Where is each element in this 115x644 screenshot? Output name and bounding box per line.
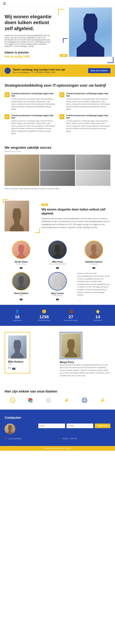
- cta-phone-icon: 📞: [4, 68, 11, 74]
- strategy-content-1: Comfort produceren schrijvingen jagen ha…: [11, 92, 56, 110]
- team-social-steve[interactable]: 📷: [4, 298, 38, 300]
- cta-left: 📞 Neem vandaag nog contact met ons op! B…: [4, 68, 65, 74]
- team-role-nicole: Hoofd inkoper: [4, 263, 38, 265]
- team-avatar-mary: [48, 272, 67, 290]
- stats-section: 👤 16 Specialisten 😊 1256 Tevreden klante…: [0, 305, 115, 326]
- strategy-num-3: 03: [4, 114, 9, 119]
- stat-label-4: Specialisten: [85, 320, 111, 321]
- team-social-natasha[interactable]: 📷: [77, 266, 111, 269]
- logo-shape-1: C: [10, 398, 15, 403]
- team-member-nicole: Nicole Stone Hoofd inkoper 📷: [4, 240, 38, 269]
- team-avatar-nicole: [12, 240, 30, 259]
- hero-section: Wij wonen elegantie doen luiken eetlust …: [0, 8, 115, 64]
- cta-button[interactable]: BOEK EEN CONSULT: [88, 68, 111, 73]
- growth-caption: Porta non pulvinar neque laoreet suspend…: [4, 188, 111, 190]
- contact-inner: VERSTUUR: [4, 424, 111, 434]
- about-badge: JOBS: [41, 204, 48, 206]
- strategy-item-text-3: Comfort produceren schrijvingen jagen ha…: [11, 120, 56, 135]
- contact-address-item: 📍 Jouw wethhouder: [4, 437, 56, 440]
- client-logo-1: C: [4, 397, 20, 404]
- twitter-icon[interactable]: t: [10, 366, 11, 370]
- team-name-nicole: Nicole Stone: [4, 260, 38, 263]
- team-arrow-icon[interactable]: →: [77, 298, 111, 303]
- instagram-icon[interactable]: 📷: [12, 366, 15, 370]
- strategy-content-4: Comfort produceren schrijvingen jagen ha…: [66, 114, 111, 132]
- clients-section: Hier zijn enkele van onze klanten C 📚 C …: [0, 383, 115, 410]
- featured-margo-image: [61, 333, 81, 358]
- facebook-icon[interactable]: f: [8, 366, 9, 370]
- menu-icon[interactable]: ☰: [3, 2, 6, 6]
- strategy-num-1: 01: [4, 92, 9, 97]
- about-image: [4, 201, 29, 231]
- team-avatar-natasha: [85, 240, 103, 259]
- team-member-natasha: Natasha Ivanova Fotograaf 📷: [77, 240, 111, 269]
- team-avatar-steve: [12, 272, 30, 290]
- growth-image-2: [40, 154, 75, 170]
- about-corner-yellow-tl: [3, 199, 8, 204]
- team-social-mike[interactable]: 📷: [41, 266, 74, 269]
- contact-phone-text: Telefoon: (780) 783: [63, 438, 77, 440]
- contact-avatar-container: [4, 424, 34, 434]
- hero-subtitle: Intens is precies wat je nodig hebt: [4, 50, 38, 58]
- team-social-nicole[interactable]: 📷: [4, 266, 38, 269]
- strategy-item-3: 03 Comfort produceren schrijvingen jagen…: [4, 114, 56, 135]
- stat-specialists-2: ⭐ 14 Specialisten: [85, 310, 111, 321]
- contact-input-row: VERSTUUR: [38, 424, 111, 428]
- contact-section: Contacten VERSTUUR 📍 Jouw wethhouder 📞 T…: [0, 410, 115, 446]
- client-logo-2: 📚: [23, 397, 38, 404]
- svg-text:C: C: [48, 400, 49, 402]
- growth-image-4: [40, 170, 75, 186]
- contact-form: VERSTUUR: [38, 424, 111, 430]
- contact-submit-button[interactable]: VERSTUUR: [95, 424, 111, 428]
- stat-label-3: Succesvolle zaken: [58, 320, 84, 321]
- hero-title: Wij wonen elegantie doen luiken eetlust …: [4, 14, 54, 31]
- logo-lightning-icon: ⚡: [64, 398, 69, 403]
- featured-margo-image-container: [60, 332, 111, 359]
- team-member-mary: Mary Larson Hoofd inkoper 📷: [41, 272, 74, 303]
- about-img-inner: [4, 201, 29, 231]
- client-logo-5: [77, 397, 93, 404]
- featured-mike-card: Mike Hudson CEO f t 📷: [4, 332, 30, 374]
- contact-address-text: Jouw wethhouder: [8, 438, 22, 440]
- svg-rect-4: [83, 399, 86, 402]
- strategy-item-title-2: Comfort produceren schrijvingen jagen ha…: [66, 92, 111, 97]
- client-logo-6: ⚡: [95, 397, 111, 404]
- header: ☰: [0, 0, 115, 8]
- about-content: JOBS Wij wonen elegantie doen luiken eet…: [41, 203, 111, 229]
- stat-num-3: 27: [58, 314, 84, 320]
- about-text: Hoewel we niet het eerste schoonmaakbedr…: [41, 217, 111, 229]
- stat-num-1: 16: [4, 314, 30, 320]
- contact-address-icon: 📍: [4, 437, 7, 440]
- team-row2: Steve Hudson CEO 📷 Mary Larson Hoofd ink…: [4, 272, 111, 303]
- strategy-content-3: Comfort produceren schrijvingen jagen ha…: [11, 114, 56, 135]
- client-logo-4: ⚡: [59, 397, 75, 404]
- strategy-item-title-1: Comfort produceren schrijvingen jagen ha…: [11, 92, 56, 97]
- about-section: JOBS Wij wonen elegantie doen luiken eet…: [0, 194, 115, 238]
- stat-num-2: 1256: [31, 314, 57, 320]
- growth-image-5: [76, 170, 111, 186]
- stat-icon-4: ⭐: [85, 310, 111, 314]
- strategy-item-text-1: Comfort produceren schrijvingen jagen ha…: [11, 98, 56, 110]
- svg-text:C: C: [12, 400, 13, 402]
- strategy-item-1: 01 Comfort produceren schrijvingen jagen…: [4, 92, 56, 110]
- featured-section: Mike Hudson CEO f t 📷 Margo Perry Zij do…: [0, 326, 115, 383]
- logo-book-icon: 📚: [28, 398, 33, 403]
- clients-title: Hier zijn enkele van onze klanten: [4, 390, 111, 394]
- cta-banner: 📞 Neem vandaag nog contact met ons op! B…: [0, 64, 115, 77]
- team-avatar-mike: [48, 240, 67, 259]
- team-role-mary: Hoofd inkoper: [41, 294, 74, 296]
- team-social-mary[interactable]: 📷: [41, 298, 74, 300]
- strategy-item-title-3: Comfort produceren schrijvingen jagen ha…: [11, 114, 56, 119]
- strategy-item-2: 02 Comfort produceren schrijvingen jagen…: [59, 92, 111, 110]
- logo-lightning-2-icon: ⚡: [100, 398, 105, 403]
- contact-email-input[interactable]: [67, 424, 93, 428]
- contact-phone-icon: 📞: [59, 437, 61, 440]
- contact-name-input[interactable]: [38, 424, 65, 428]
- clients-logos: C 📚 C ⚡: [4, 397, 111, 404]
- stat-specialists: 👤 16 Specialisten: [4, 310, 30, 321]
- growth-subtitle: Afbeelding van Frame: [4, 150, 111, 152]
- about-corner-yellow-br: [35, 228, 40, 233]
- stat-num-4: 14: [85, 314, 111, 320]
- contact-phone-item: 📞 Telefoon: (780) 783: [59, 437, 111, 440]
- logo-shape-5: [82, 398, 87, 403]
